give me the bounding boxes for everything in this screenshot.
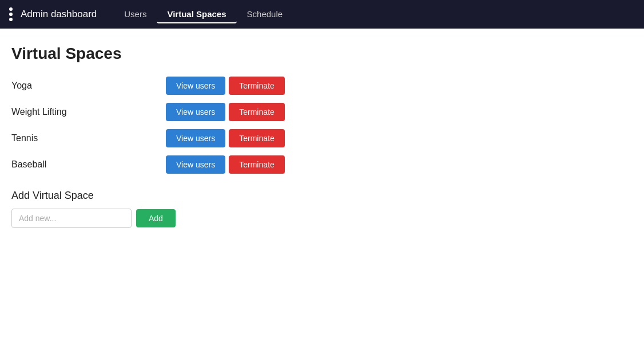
terminate-button-yoga[interactable]: Terminate [229,77,284,95]
space-name-tennis: Tennis [11,133,166,143]
view-users-button-weight-lifting[interactable]: View users [166,103,225,121]
add-section-title: Add Virtual Space [11,190,633,202]
space-row-weight-lifting: Weight Lifting View users Terminate [11,103,633,121]
nav-dots-icon [9,7,13,21]
main-content: Virtual Spaces Yoga View users Terminate… [0,29,644,239]
nav-link-users[interactable]: Users [114,6,157,23]
terminate-button-tennis[interactable]: Terminate [229,129,284,147]
space-name-baseball: Baseball [11,159,166,170]
nav-links: Users Virtual Spaces Schedule [114,6,293,23]
terminate-button-weight-lifting[interactable]: Terminate [229,103,284,121]
app-title: Admin dashboard [21,9,97,20]
view-users-button-baseball[interactable]: View users [166,155,225,174]
nav-link-virtual-spaces[interactable]: Virtual Spaces [157,6,236,23]
view-users-button-yoga[interactable]: View users [166,77,225,95]
navbar: Admin dashboard Users Virtual Spaces Sch… [0,0,644,29]
space-row-yoga: Yoga View users Terminate [11,77,633,95]
page-title: Virtual Spaces [11,45,633,63]
dot-2 [9,13,13,16]
space-row-tennis: Tennis View users Terminate [11,129,633,147]
nav-link-schedule[interactable]: Schedule [237,6,293,23]
space-row-baseball: Baseball View users Terminate [11,155,633,174]
dot-3 [9,18,13,21]
space-name-weight-lifting: Weight Lifting [11,107,166,117]
view-users-button-tennis[interactable]: View users [166,129,225,147]
add-new-input[interactable] [11,209,132,228]
add-button[interactable]: Add [136,209,176,227]
add-row: Add [11,209,633,228]
terminate-button-baseball[interactable]: Terminate [229,155,284,174]
space-name-yoga: Yoga [11,81,166,91]
dot-1 [9,7,13,11]
add-virtual-space-section: Add Virtual Space Add [11,190,633,228]
